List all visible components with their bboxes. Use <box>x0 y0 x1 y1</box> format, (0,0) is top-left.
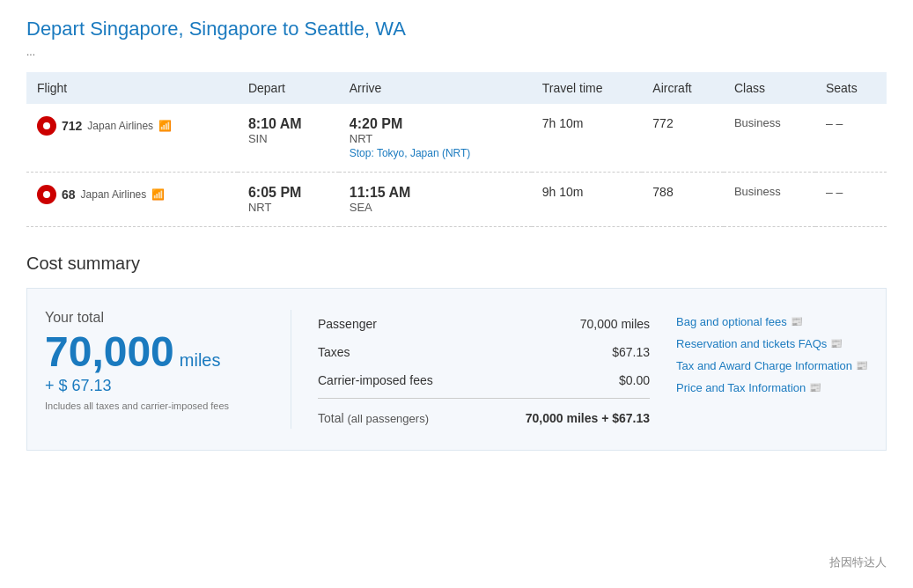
col-class: Class <box>724 72 815 104</box>
total-sublabel: (all passengers) <box>347 412 429 425</box>
total-row: Total (all passengers) 70,000 miles + $6… <box>318 402 650 429</box>
cost-link[interactable]: Price and Tax Information 📰 <box>676 381 868 394</box>
cost-divider <box>318 398 650 399</box>
cost-summary-section: Cost summary Your total 70,000 miles + $… <box>26 254 887 451</box>
travel-time: 9h 10m <box>532 173 643 227</box>
stop-info: Stop: Tokyo, Japan (NRT) <box>350 147 521 159</box>
wifi-icon: 📶 <box>151 188 165 201</box>
flight-cell: 68 Japan Airlines 📶 <box>37 185 227 204</box>
miles-label: miles <box>180 350 221 371</box>
wifi-icon: 📶 <box>158 120 172 132</box>
arrive-time: 11:15 AM <box>350 185 521 201</box>
cost-link[interactable]: Tax and Award Charge Information 📰 <box>676 359 868 372</box>
your-total-label: Your total <box>45 310 269 326</box>
total-label: Total (all passengers) <box>318 411 429 425</box>
miles-row: 70,000 miles <box>45 331 269 373</box>
cost-link[interactable]: Reservation and tickets FAQs 📰 <box>676 337 868 350</box>
page-title: Depart Singapore, Singapore to Seattle, … <box>26 18 887 40</box>
jal-circle-inner <box>41 189 52 200</box>
flight-number: 68 <box>62 187 76 202</box>
cost-row-value: $67.13 <box>544 345 650 359</box>
depart-airport: SIN <box>248 132 328 145</box>
external-link-icon: 📰 <box>809 382 821 393</box>
cost-link[interactable]: Bag and optional fees 📰 <box>676 315 868 328</box>
external-link-icon: 📰 <box>830 338 843 349</box>
total-value: 70,000 miles + $67.13 <box>526 411 650 425</box>
cost-row: Passenger 70,000 miles <box>318 310 650 338</box>
seats: – – <box>815 104 887 173</box>
cost-row-label: Passenger <box>318 317 377 331</box>
cost-row: Taxes $67.13 <box>318 338 650 366</box>
cost-link-text: Bag and optional fees <box>676 315 787 328</box>
cost-title: Cost summary <box>26 254 887 274</box>
includes-text: Includes all taxes and carrier-imposed f… <box>45 401 269 411</box>
cost-row: Carrier-imposed fees $0.00 <box>318 366 650 394</box>
cost-middle: Passenger 70,000 miles Taxes $67.13 Carr… <box>318 310 650 429</box>
depart-time: 6:05 PM <box>248 185 328 201</box>
external-link-icon: 📰 <box>791 316 803 327</box>
col-depart: Depart <box>238 72 339 104</box>
cost-row-label: Taxes <box>318 345 350 359</box>
col-arrive: Arrive <box>339 72 532 104</box>
cost-container: Your total 70,000 miles + $ 67.13 Includ… <box>26 288 887 451</box>
class: Business <box>724 173 815 227</box>
depart-time: 8:10 AM <box>248 116 328 132</box>
plus-dollars: + $ 67.13 <box>45 377 269 395</box>
table-row: 68 Japan Airlines 📶 6:05 PM NRT 11:15 AM… <box>26 173 887 227</box>
external-link-icon: 📰 <box>856 360 868 371</box>
col-flight: Flight <box>26 72 238 104</box>
airline-name: Japan Airlines <box>81 188 147 201</box>
cost-row-label: Carrier-imposed fees <box>318 373 433 387</box>
miles-amount: 70,000 <box>45 331 174 373</box>
depart-airport: NRT <box>248 201 328 214</box>
flight-cell: 712 Japan Airlines 📶 <box>37 116 227 136</box>
col-travel-time: Travel time <box>532 72 643 104</box>
travel-time: 7h 10m <box>532 104 643 173</box>
arrive-airport: SEA <box>350 201 521 214</box>
cost-link-text: Tax and Award Charge Information <box>676 359 852 372</box>
arrive-airport: NRT <box>350 132 521 145</box>
aircraft: 772 <box>642 104 724 173</box>
jal-icon <box>37 116 56 136</box>
cost-link-text: Reservation and tickets FAQs <box>676 337 827 350</box>
cost-row-value: 70,000 miles <box>544 317 650 331</box>
jal-icon <box>37 185 56 204</box>
subtitle: ... <box>26 46 887 58</box>
seats: – – <box>815 173 887 227</box>
col-seats: Seats <box>815 72 887 104</box>
arrive-time: 4:20 PM <box>350 116 521 132</box>
cost-left: Your total 70,000 miles + $ 67.13 Includ… <box>45 310 291 429</box>
cost-link-text: Price and Tax Information <box>676 381 806 394</box>
cost-row-value: $0.00 <box>544 373 650 387</box>
aircraft: 788 <box>642 173 724 227</box>
table-row: 712 Japan Airlines 📶 8:10 AM SIN 4:20 PM… <box>26 104 887 173</box>
flight-number: 712 <box>62 119 82 133</box>
col-aircraft: Aircraft <box>642 72 724 104</box>
airline-name: Japan Airlines <box>87 120 153 132</box>
flight-table: Flight Depart Arrive Travel time Aircraf… <box>26 72 887 227</box>
class: Business <box>724 104 815 173</box>
jal-circle-inner <box>41 121 52 131</box>
cost-links: Bag and optional fees 📰Reservation and t… <box>676 310 868 429</box>
